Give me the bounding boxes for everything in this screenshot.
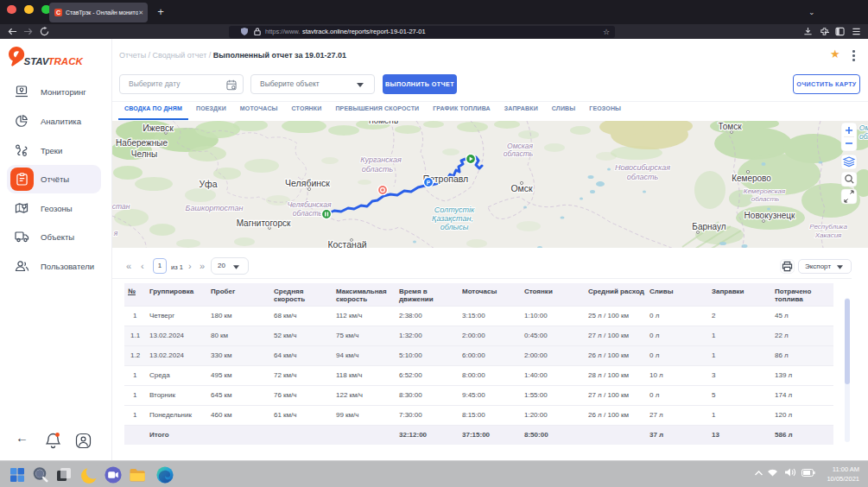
- svg-text:P: P: [427, 180, 431, 186]
- svg-text:Магнитогорск: Магнитогорск: [237, 218, 291, 228]
- svg-text:Хакасия: Хакасия: [814, 231, 842, 239]
- svg-text:Новокузнецк: Новокузнецк: [744, 211, 795, 220]
- svg-text:Кемеровская: Кемеровская: [744, 187, 786, 195]
- svg-text:облысы: облысы: [440, 223, 469, 231]
- svg-text:Ижевск: Ижевск: [143, 123, 174, 133]
- svg-text:Набережные: Набережные: [116, 138, 168, 148]
- svg-text:я: я: [113, 229, 118, 237]
- svg-text:Челны: Челны: [131, 149, 157, 159]
- svg-text:область: область: [627, 173, 659, 181]
- svg-text:Томск: Томск: [718, 122, 742, 131]
- svg-text:Башкортостан: Башкортостан: [186, 204, 244, 212]
- svg-text:область: область: [751, 195, 780, 203]
- svg-text:Уфа: Уфа: [199, 179, 217, 189]
- svg-text:Тюмень: Тюмень: [367, 121, 398, 125]
- svg-text:TRACK: TRACK: [48, 56, 84, 66]
- svg-text:Челябинск: Челябинск: [285, 178, 330, 188]
- svg-text:область: область: [293, 209, 323, 218]
- svg-text:область: область: [504, 149, 534, 158]
- svg-text:Ом: Ом: [859, 123, 868, 132]
- svg-text:область: область: [362, 165, 394, 174]
- svg-text:Солтустік: Солтустік: [434, 206, 475, 214]
- svg-text:Кемерово: Кемерово: [732, 174, 771, 183]
- svg-text:обл: обл: [859, 132, 868, 141]
- svg-text:Курганская: Курганская: [360, 155, 402, 164]
- svg-text:Новосибирская: Новосибирская: [615, 163, 670, 172]
- svg-text:стан: стан: [112, 202, 130, 211]
- svg-text:Барнаул: Барнаул: [692, 222, 725, 231]
- svg-text:Челябинская: Челябинская: [287, 200, 332, 209]
- svg-text:Республика: Республика: [809, 223, 847, 231]
- svg-text:Костанай: Костанай: [327, 239, 366, 248]
- svg-text:Қазақстан,: Қазақстан,: [432, 214, 473, 223]
- svg-text:Омск: Омск: [510, 183, 533, 193]
- svg-text:STAV: STAV: [24, 56, 50, 66]
